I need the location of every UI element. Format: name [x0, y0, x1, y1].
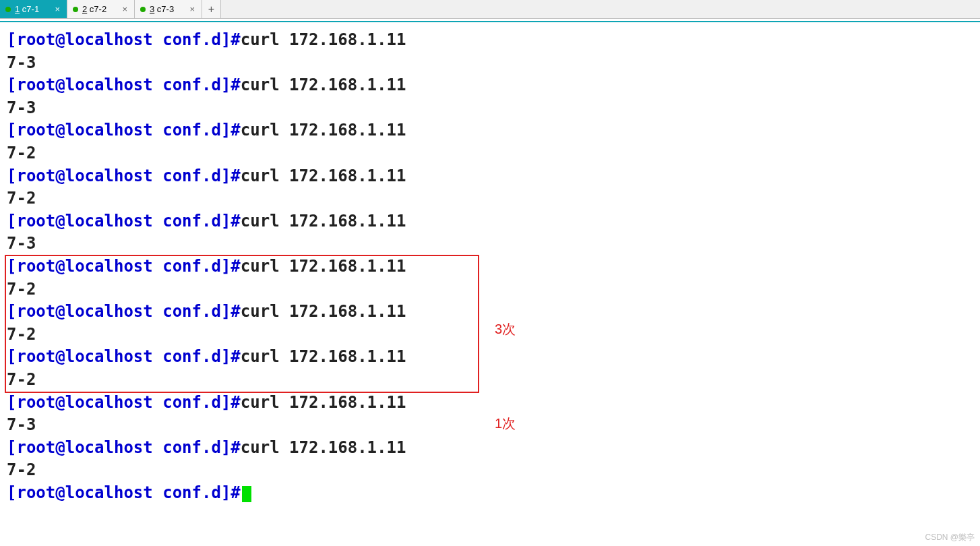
status-dot-icon	[140, 7, 146, 12]
command-text: curl 172.168.1.11	[241, 257, 406, 276]
tab-bar: 1 c7-1×2 c7-2×3 c7-3×+	[0, 0, 980, 19]
close-icon[interactable]: ×	[53, 4, 61, 14]
command-text: curl 172.168.1.11	[241, 75, 406, 94]
command-text: curl 172.168.1.11	[241, 212, 406, 231]
tab-label: 3 c7-3	[150, 4, 184, 14]
prompt: [root@localhost conf.d]#	[7, 166, 241, 185]
output-text: 7-2	[7, 144, 36, 162]
terminal-line: [root@localhost conf.d]#curl 172.168.1.1…	[7, 74, 973, 97]
terminal-line: [root@localhost conf.d]#curl 172.168.1.1…	[7, 165, 973, 188]
tab-underline	[0, 21, 980, 22]
terminal-line: 7-2	[7, 187, 973, 210]
terminal-line: 7-3	[7, 97, 973, 120]
terminal-line: [root@localhost conf.d]#curl 172.168.1.1…	[7, 301, 973, 324]
tab-label: 1 c7-1	[15, 4, 49, 14]
close-icon[interactable]: ×	[188, 4, 196, 14]
prompt: [root@localhost conf.d]#	[7, 438, 241, 457]
output-text: 7-2	[7, 325, 36, 344]
command-text: curl 172.168.1.11	[241, 393, 406, 412]
output-text: 7-2	[7, 370, 36, 389]
watermark: CSDN @樂亭	[925, 532, 975, 543]
cursor-icon	[242, 486, 251, 502]
output-text: 7-3	[7, 415, 36, 434]
tab-c7-1[interactable]: 1 c7-1×	[0, 0, 67, 18]
close-icon[interactable]: ×	[121, 4, 129, 14]
terminal-line: [root@localhost conf.d]#curl 172.168.1.1…	[7, 392, 973, 415]
terminal-line: 7-2	[7, 369, 973, 392]
terminal-output[interactable]: 3次 1次 [root@localhost conf.d]#curl 172.1…	[0, 25, 980, 504]
prompt: [root@localhost conf.d]#	[7, 302, 241, 321]
terminal-line: 7-2	[7, 459, 973, 482]
tab-c7-3[interactable]: 3 c7-3×	[135, 0, 202, 18]
output-text: 7-2	[7, 189, 36, 208]
annotation-1x: 1次	[495, 414, 516, 433]
terminal-line: [root@localhost conf.d]#curl 172.168.1.1…	[7, 119, 973, 142]
output-text: 7-3	[7, 53, 36, 72]
terminal-line: [root@localhost conf.d]#curl 172.168.1.1…	[7, 210, 973, 233]
add-tab-button[interactable]: +	[202, 0, 221, 18]
prompt: [root@localhost conf.d]#	[7, 30, 241, 49]
prompt: [root@localhost conf.d]#	[7, 212, 241, 231]
output-text: 7-3	[7, 98, 36, 117]
command-text: curl 172.168.1.11	[241, 166, 406, 185]
terminal-line: 7-2	[7, 278, 973, 301]
prompt: [root@localhost conf.d]#	[7, 121, 241, 140]
tab-label: 2 c7-2	[82, 4, 117, 14]
terminal-line: 7-2	[7, 142, 973, 165]
terminal-line: 7-3	[7, 233, 973, 255]
command-text: curl 172.168.1.11	[241, 438, 406, 457]
status-dot-icon	[73, 7, 78, 12]
output-text: 7-2	[7, 460, 36, 479]
tab-c7-2[interactable]: 2 c7-2×	[67, 0, 135, 18]
terminal-line: [root@localhost conf.d]#curl 172.168.1.1…	[7, 437, 973, 460]
command-text: curl 172.168.1.11	[241, 121, 406, 140]
terminal-line: [root@localhost conf.d]#curl 172.168.1.1…	[7, 29, 973, 52]
terminal-line: 7-3	[7, 52, 973, 75]
output-text: 7-3	[7, 234, 36, 253]
terminal-line: [root@localhost conf.d]#	[7, 482, 973, 505]
prompt: [root@localhost conf.d]#	[7, 347, 241, 366]
prompt: [root@localhost conf.d]#	[7, 257, 241, 276]
terminal-line: 7-3	[7, 414, 973, 437]
command-text: curl 172.168.1.11	[241, 347, 406, 366]
prompt: [root@localhost conf.d]#	[7, 393, 241, 412]
prompt: [root@localhost conf.d]#	[7, 483, 241, 502]
output-text: 7-2	[7, 280, 36, 299]
terminal-line: 7-2	[7, 324, 973, 346]
command-text: curl 172.168.1.11	[241, 30, 406, 49]
command-text: curl 172.168.1.11	[241, 302, 406, 321]
status-dot-icon	[5, 7, 11, 12]
prompt: [root@localhost conf.d]#	[7, 75, 241, 94]
terminal-line: [root@localhost conf.d]#curl 172.168.1.1…	[7, 346, 973, 369]
annotation-3x: 3次	[495, 320, 516, 338]
terminal-line: [root@localhost conf.d]#curl 172.168.1.1…	[7, 255, 973, 278]
